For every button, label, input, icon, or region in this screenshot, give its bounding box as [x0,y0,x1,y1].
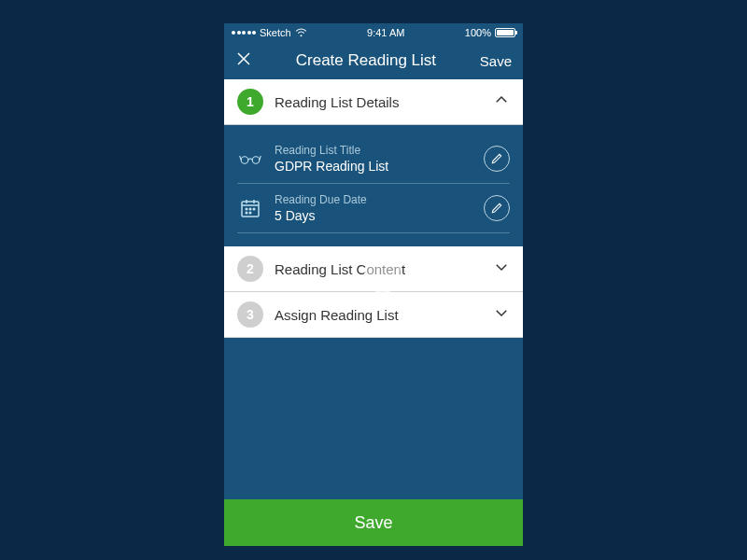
carrier-name: Sketch [260,27,291,38]
title-value: GDPR Reading List [275,159,472,174]
edit-due-button[interactable] [484,195,510,221]
save-big-button[interactable]: Save [224,499,523,546]
step-3-badge: 3 [237,301,263,328]
chevron-down-icon [493,304,510,325]
page-title: Create Reading List [296,51,436,70]
calendar-icon [237,197,263,219]
step-3-header[interactable]: 3 Assign Reading List [224,292,523,338]
status-left: Sketch [232,27,307,38]
step-1-label: Reading List Details [275,94,482,110]
svg-point-9 [246,208,247,210]
signal-dots-icon [232,31,256,35]
svg-point-4 [252,157,260,164]
due-label: Reading Due Date [275,193,472,206]
step-2-badge: 2 [237,256,263,282]
svg-point-11 [253,208,255,210]
chevron-up-icon [493,91,510,112]
detail-due-row: Reading Due Date 5 Days [237,184,510,233]
status-time: 9:41 AM [367,27,404,38]
empty-area [224,338,523,499]
battery-icon [495,28,515,37]
step-1-badge: 1 [237,89,263,115]
wifi-icon [295,28,307,37]
svg-point-13 [249,212,251,214]
status-right: 100% [465,27,515,38]
save-button[interactable]: Save [480,53,512,69]
svg-point-12 [246,212,247,214]
detail-title-row: Reading List Title GDPR Reading List [237,134,510,184]
due-value: 5 Days [275,208,472,223]
step-2-header[interactable]: 2 Reading List Content [224,246,523,292]
status-bar: Sketch 9:41 AM 100% [224,23,523,42]
nav-header: Create Reading List Save [224,42,523,79]
glasses-icon [237,147,263,170]
phone-frame: Sketch 9:41 AM 100% Create Reading List … [224,23,523,546]
step-1-content: Reading List Title GDPR Reading List [224,125,523,246]
pencil-icon [490,202,503,215]
step-3-label: Assign Reading List [275,307,482,323]
step-1-header[interactable]: 1 Reading List Details [224,79,523,125]
pencil-icon [490,152,503,165]
close-icon[interactable] [235,50,252,71]
step-2-label: Reading List Content [275,261,482,277]
chevron-down-icon [493,259,510,279]
svg-point-0 [300,35,302,36]
battery-pct: 100% [465,27,491,38]
svg-point-3 [241,157,248,164]
svg-point-10 [249,208,251,210]
edit-title-button[interactable] [484,146,510,172]
title-label: Reading List Title [275,144,472,157]
